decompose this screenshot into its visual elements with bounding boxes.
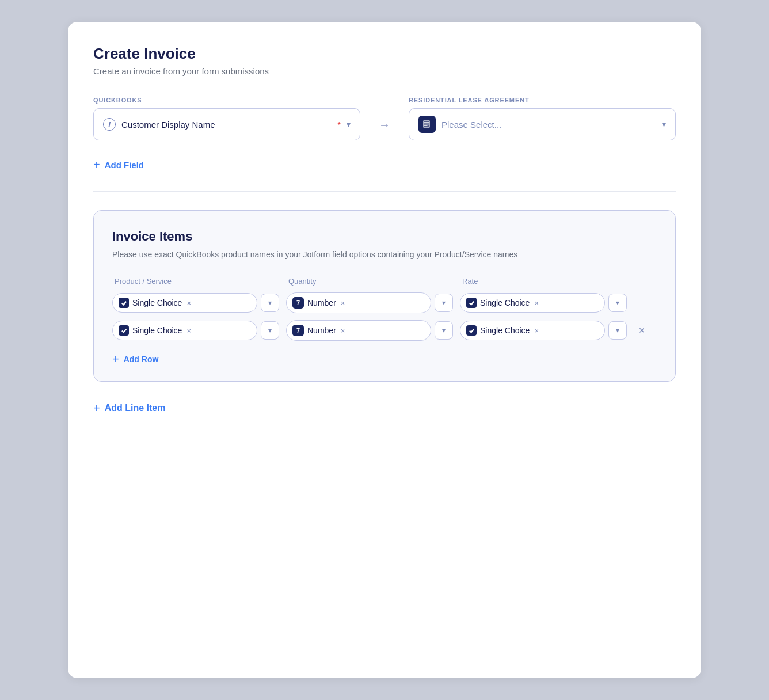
create-invoice-card: Create Invoice Create an invoice from yo… [68,22,701,678]
row-delete-2[interactable]: × [634,322,650,338]
checkbox-icon-rate-2 [466,325,477,336]
lease-label: RESIDENTIAL LEASE AGREEMENT [409,97,676,104]
checkbox-icon [119,298,129,308]
quickbooks-label: QUICKBOOKS [93,97,360,104]
rate-label-1: Single Choice [480,298,530,307]
quantity-label-1: Number [307,298,336,307]
chevron-down-icon: ▾ [616,326,619,334]
plus-icon-row: + [112,353,119,365]
required-star: * [337,120,341,130]
rate-remove-1[interactable]: × [534,299,539,307]
table-header-row: Product / Service Quantity Rate [112,277,657,286]
col-header-product: Product / Service [112,277,279,286]
product-remove-2[interactable]: × [186,326,191,335]
quantity-tag-1: 7 Number × [286,292,431,313]
add-row-button[interactable]: + Add Row [112,348,158,365]
table-row: Single Choice × ▾ 7 Number × ▾ [112,320,657,341]
quantity-remove-1[interactable]: × [341,299,345,307]
page-title: Create Invoice [93,45,676,63]
add-row-label: Add Row [124,355,159,364]
quantity-label-2: Number [307,326,336,335]
chevron-down-icon: ▾ [268,326,272,334]
number-icon-2: 7 [292,325,304,336]
rate-remove-2[interactable]: × [534,326,539,335]
add-line-item-label: Add Line Item [105,403,166,413]
chevron-down-icon: ▾ [442,326,446,334]
rate-dropdown-2[interactable]: ▾ [608,321,627,340]
customer-display-name-text: Customer Display Name [121,120,330,130]
quantity-dropdown-2[interactable]: ▾ [435,321,453,340]
plus-icon: + [93,159,100,170]
product-dropdown-2[interactable]: ▾ [261,321,279,340]
page-subtitle: Create an invoice from your form submiss… [93,66,676,76]
col-header-quantity: Quantity [286,277,453,286]
rate-tag-1: Single Choice × [460,293,605,313]
customer-display-name-select[interactable]: i Customer Display Name * ▾ [93,108,360,140]
add-field-button[interactable]: + Add Field [93,157,144,173]
invoice-items-title: Invoice Items [112,229,657,244]
info-icon: i [103,118,116,131]
quantity-remove-2[interactable]: × [341,326,345,335]
lease-select[interactable]: Please Select... ▾ [409,108,676,140]
rate-tag-2: Single Choice × [460,321,605,340]
product-label-2: Single Choice [132,326,182,335]
col-header-actions [634,277,657,286]
divider [93,191,676,192]
product-label-1: Single Choice [132,298,182,307]
quickbooks-field-group: QUICKBOOKS i Customer Display Name * ▾ [93,97,360,140]
rate-cell-2: Single Choice × ▾ [460,321,627,340]
quantity-cell-1: 7 Number × ▾ [286,292,453,313]
lease-field-group: RESIDENTIAL LEASE AGREEMENT Please Selec… [409,97,676,140]
lease-placeholder: Please Select... [441,120,656,130]
chevron-down-icon: ▾ [347,120,351,129]
add-line-item-button[interactable]: + Add Line Item [93,400,165,416]
product-cell-2: Single Choice × ▾ [112,321,279,340]
plus-icon-line: + [93,402,100,414]
rate-dropdown-1[interactable]: ▾ [608,294,627,312]
add-field-label: Add Field [105,160,144,170]
product-tag-2: Single Choice × [112,321,257,340]
product-remove-1[interactable]: × [186,299,191,307]
col-header-rate: Rate [460,277,627,286]
product-cell-1: Single Choice × ▾ [112,293,279,313]
product-dropdown-1[interactable]: ▾ [261,294,279,312]
table-row: Single Choice × ▾ 7 Number × ▾ [112,292,657,313]
arrow-connector: → [379,97,390,132]
doc-icon [418,116,436,133]
invoice-items-box: Invoice Items Please use exact QuickBook… [93,210,676,382]
quantity-cell-2: 7 Number × ▾ [286,320,453,341]
rate-cell-1: Single Choice × ▾ [460,293,627,313]
checkbox-icon-rate [466,298,477,308]
number-icon: 7 [292,297,304,309]
chevron-down-icon: ▾ [442,299,446,307]
quantity-dropdown-1[interactable]: ▾ [435,294,453,312]
checkbox-icon-2 [119,325,129,336]
chevron-down-icon: ▾ [616,299,619,307]
invoice-items-description: Please use exact QuickBooks product name… [112,249,657,261]
fields-row: QUICKBOOKS i Customer Display Name * ▾ →… [93,97,676,140]
rate-label-2: Single Choice [480,326,530,335]
chevron-down-icon: ▾ [268,299,272,307]
product-tag-1: Single Choice × [112,293,257,313]
chevron-down-icon-lease: ▾ [662,120,666,129]
quantity-tag-2: 7 Number × [286,320,431,341]
